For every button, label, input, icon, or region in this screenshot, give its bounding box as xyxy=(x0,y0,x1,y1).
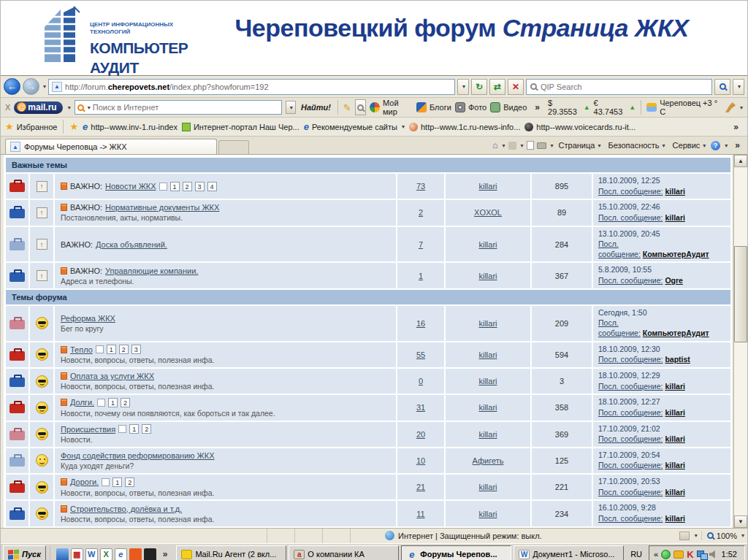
topic-link[interactable]: Фонд содействия реформированию ЖКХ xyxy=(61,451,214,460)
favorite-link-4[interactable]: http--www.1c.ru-news-info... xyxy=(409,123,520,131)
lastpost-author[interactable]: killari xyxy=(665,514,684,523)
mailru-dropdown-icon[interactable]: ▾ xyxy=(68,104,71,111)
stop-button[interactable]: ✕ xyxy=(508,79,524,95)
ie-icon[interactable]: e xyxy=(115,548,127,560)
lastpost-label[interactable]: Посл. сообщение: xyxy=(598,355,663,364)
usd-rate[interactable]: $ 29.3553▲ xyxy=(548,99,590,116)
menu-security[interactable]: Безопасность▾ xyxy=(606,141,667,150)
menu-service[interactable]: Сервис▾ xyxy=(671,141,709,150)
lastpost-label[interactable]: Посл. сообщение: xyxy=(598,461,663,469)
page-link[interactable]: 1 xyxy=(107,345,116,354)
vertical-scrollbar[interactable]: ▲ ▼ xyxy=(733,155,747,528)
mailru-link-photo[interactable]: Фото xyxy=(455,102,486,112)
author-link[interactable]: killari xyxy=(478,350,497,359)
topic-link[interactable]: Управляющие компании. xyxy=(105,266,198,275)
media-player-icon[interactable]: ▦ xyxy=(71,548,83,560)
replies-link[interactable]: 11 xyxy=(416,510,424,518)
lastpost-author[interactable]: killari xyxy=(665,488,684,496)
replies-link[interactable]: 31 xyxy=(416,403,425,412)
quicklaunch-overflow-icon[interactable]: » xyxy=(159,549,172,559)
lastpost-author[interactable]: killari xyxy=(665,434,684,443)
lastpost-label[interactable]: Посл. сообщение: xyxy=(598,187,663,196)
lastpost-label[interactable]: Посл. сообщение: xyxy=(598,213,663,222)
topic-link[interactable]: Происшествия xyxy=(61,425,115,434)
lastpost-label[interactable]: Посл. сообщение: xyxy=(598,408,663,417)
protected-mode-icon[interactable] xyxy=(679,532,690,540)
lastpost-label[interactable]: Посл. сообщение: xyxy=(598,382,663,391)
author-link[interactable]: XOXOL xyxy=(474,208,502,217)
lastpost-label[interactable]: Посл. сообщение: xyxy=(598,239,641,258)
lastpost-author[interactable]: КомпьютерАудит xyxy=(643,329,709,337)
volume-icon[interactable] xyxy=(709,551,717,559)
replies-link[interactable]: 55 xyxy=(416,350,425,359)
mailru-link-moymir[interactable]: Мой мир xyxy=(370,99,413,116)
author-link[interactable]: killari xyxy=(478,377,497,386)
menu-page[interactable]: Страница▾ xyxy=(557,141,603,150)
kaspersky-icon[interactable]: K xyxy=(687,549,693,560)
skin-button[interactable]: ▾ xyxy=(725,102,743,112)
toolbar-overflow-icon[interactable]: » xyxy=(530,102,544,112)
replies-link[interactable]: 0 xyxy=(419,377,423,386)
zoom-control[interactable]: 100% ▾ xyxy=(701,532,744,540)
address-dropdown-button[interactable]: ▾ xyxy=(457,79,469,95)
network-icon[interactable] xyxy=(697,551,706,559)
topic-link[interactable]: Доска объявлений. xyxy=(96,240,167,249)
author-link[interactable]: killari xyxy=(478,319,497,328)
replies-link[interactable]: 73 xyxy=(416,182,425,191)
qip-search-input[interactable] xyxy=(541,83,708,91)
rss-icon[interactable] xyxy=(508,142,516,150)
add-favorite-icon[interactable]: ★ xyxy=(69,121,78,132)
commandbar-overflow-icon[interactable]: » xyxy=(730,140,744,150)
forward-button[interactable]: → xyxy=(23,78,39,95)
topic-link[interactable]: Реформа ЖКХ xyxy=(61,314,115,323)
refresh-button[interactable]: ⇄ xyxy=(489,79,505,95)
page-link[interactable]: 2 xyxy=(125,477,134,487)
replies-link[interactable]: 1 xyxy=(419,272,423,280)
mailru-link-blogs[interactable]: Блоги xyxy=(416,102,451,112)
mailru-search-box[interactable]: ▾ xyxy=(75,100,282,115)
author-link[interactable]: killari xyxy=(478,240,497,249)
lastpost-author[interactable]: КомпьютерАудит xyxy=(643,250,709,258)
weather-widget[interactable]: Череповец +3 ° C xyxy=(646,99,722,116)
language-indicator[interactable]: RU xyxy=(626,548,646,560)
new-tab-stub[interactable] xyxy=(218,140,249,154)
favorites-overflow-icon[interactable]: » xyxy=(729,122,743,132)
lastpost-label[interactable]: Посл. сообщение: xyxy=(598,318,641,337)
help-icon[interactable]: ? xyxy=(711,141,720,150)
topic-link[interactable]: Оплата за услуги ЖКХ xyxy=(70,372,154,380)
topic-link[interactable]: Долги. xyxy=(70,398,94,407)
preview-icon[interactable] xyxy=(355,99,366,115)
lastpost-label[interactable]: Посл. сообщение: xyxy=(598,434,663,443)
start-button[interactable]: Пуск xyxy=(3,545,46,560)
author-link[interactable]: killari xyxy=(478,272,497,280)
scrollbar-thumb[interactable] xyxy=(734,246,747,342)
page-link[interactable]: 2 xyxy=(121,398,130,407)
page-link[interactable]: 1 xyxy=(108,398,118,407)
task-word-document[interactable]: WДокумент1 - Microso... xyxy=(514,545,624,560)
topic-link[interactable]: Дороги. xyxy=(70,477,99,486)
launcher-icon[interactable] xyxy=(129,548,142,560)
author-link[interactable]: killari xyxy=(478,483,497,491)
page-link[interactable]: 3 xyxy=(195,182,205,191)
tray-app-icon[interactable] xyxy=(673,551,684,559)
lastpost-label[interactable]: Посл. сообщение: xyxy=(598,514,663,523)
qip-search-box[interactable] xyxy=(526,79,712,95)
eur-rate[interactable]: € 43.7453▲ xyxy=(594,99,636,116)
topic-link[interactable]: Новости ЖКХ xyxy=(105,182,156,191)
replies-link[interactable]: 7 xyxy=(419,240,423,249)
show-desktop-icon[interactable] xyxy=(56,548,69,560)
author-link[interactable]: killari xyxy=(478,182,497,191)
mailru-link-video[interactable]: Видео xyxy=(490,102,527,112)
home-icon[interactable]: ⌂ xyxy=(492,140,497,150)
favorite-link-5[interactable]: http--www.voicecards.ru-it... xyxy=(524,123,636,131)
mailru-search-dropdown[interactable]: ▾ xyxy=(286,101,296,114)
page-link[interactable]: 2 xyxy=(142,424,151,434)
author-link[interactable]: killari xyxy=(478,510,497,518)
lastpost-label[interactable]: Посл. сообщение: xyxy=(598,276,663,285)
print-icon[interactable] xyxy=(537,142,546,149)
mailru-logo[interactable]: @ mail.ru xyxy=(14,101,62,114)
history-dropdown-icon[interactable]: ▾ xyxy=(43,83,46,90)
page-link[interactable]: 1 xyxy=(170,182,180,191)
lastpost-author[interactable]: killari xyxy=(665,213,684,222)
tray-collapse-icon[interactable]: « xyxy=(654,550,658,559)
